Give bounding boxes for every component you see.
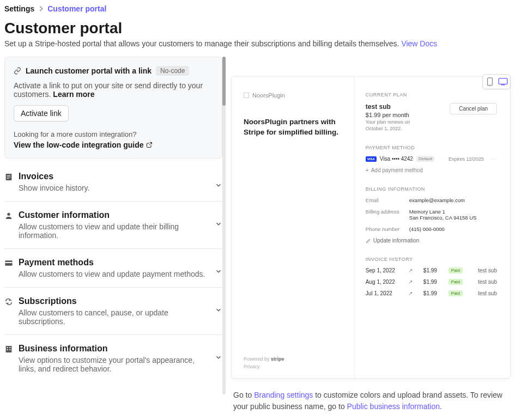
desktop-view-button[interactable] — [498, 77, 508, 87]
section-title: Invoices — [19, 172, 210, 181]
refresh-icon — [4, 297, 13, 306]
section-subscriptions[interactable]: Subscriptions Allow customers to cancel,… — [4, 288, 222, 335]
breadcrumb-root[interactable]: Settings — [4, 4, 34, 13]
section-customer-information[interactable]: Customer information Allow customers to … — [4, 202, 222, 249]
billing-info-header: BILLING INFORMATION — [366, 186, 497, 192]
section-desc: Allow customers to view and update payme… — [19, 270, 210, 278]
payment-method-header: PAYMENT METHOD — [366, 145, 497, 150]
view-docs-link[interactable]: View Docs — [401, 39, 437, 48]
svg-rect-1 — [7, 175, 11, 176]
preview-brand: NoorsPlugin — [244, 92, 343, 99]
plan-name: test sub — [366, 103, 410, 111]
svg-rect-8 — [7, 347, 8, 348]
invoice-history-header: INVOICE HISTORY — [366, 257, 497, 262]
svg-rect-11 — [9, 349, 10, 350]
mobile-view-button[interactable] — [485, 77, 495, 87]
scrollbar-track[interactable] — [222, 57, 226, 394]
section-desc: Show invoice history. — [19, 184, 210, 192]
billing-label-email: Email — [366, 197, 409, 203]
branding-settings-link[interactable]: Branding settings — [254, 391, 313, 399]
external-link-icon: ↗ — [408, 290, 414, 296]
low-code-label: View the low-code integration guide — [14, 141, 144, 149]
update-info-label: Update information — [373, 238, 420, 244]
stripe-logo: stripe — [271, 356, 284, 362]
brand-name: NoorsPlugin — [252, 92, 285, 99]
svg-rect-3 — [7, 178, 9, 179]
footer-note: Go to Branding settings to customize col… — [231, 389, 511, 412]
invoice-amount: $1.99 — [423, 267, 445, 273]
update-information-link[interactable]: Update information — [366, 238, 497, 244]
paid-badge: Paid — [449, 279, 463, 285]
portal-preview: NoorsPlugin NoorsPlugin partners with St… — [231, 76, 511, 379]
section-title: Payment methods — [19, 258, 210, 267]
section-payment-methods[interactable]: Payment methods Allow customers to view … — [4, 249, 222, 288]
card-number: Visa •••• 4242 — [380, 156, 413, 162]
footer-text3: . — [440, 402, 442, 411]
device-switch — [482, 74, 511, 89]
launch-desc: Activate a link to put on your site or s… — [14, 81, 203, 99]
low-code-guide-link[interactable]: View the low-code integration guide — [14, 141, 153, 149]
activate-link-button[interactable]: Activate link — [14, 105, 69, 121]
user-icon — [4, 211, 13, 220]
section-desc: Allow customers to cancel, pause, or upd… — [19, 308, 210, 326]
section-business-information[interactable]: Business information View options to cus… — [4, 335, 222, 382]
invoice-date: Sep 1, 2022 — [366, 267, 408, 273]
external-link-icon — [146, 142, 153, 148]
svg-rect-10 — [7, 349, 8, 350]
invoice-date: Aug 1, 2022 — [366, 279, 408, 285]
brand-logo-icon — [244, 93, 249, 98]
svg-rect-15 — [501, 84, 505, 85]
plan-renew-text2: October 1, 2022. — [366, 126, 402, 131]
paid-badge: Paid — [449, 290, 463, 296]
scrollbar-thumb[interactable] — [222, 57, 226, 106]
plan-price: $1.99 per month — [366, 112, 410, 118]
visa-icon: VISA — [366, 156, 377, 162]
invoice-name: test sub — [478, 290, 497, 296]
section-invoices[interactable]: Invoices Show invoice history. — [4, 163, 222, 202]
plus-icon: + — [366, 167, 369, 173]
invoice-amount: $1.99 — [423, 290, 445, 296]
svg-rect-2 — [7, 176, 11, 177]
chevron-down-icon — [215, 306, 222, 314]
subtitle-text: Set up a Stripe-hosted portal that allow… — [4, 39, 399, 48]
more-icon[interactable]: ⋯ — [492, 156, 497, 162]
svg-point-4 — [7, 213, 10, 216]
page-subtitle: Set up a Stripe-hosted portal that allow… — [4, 39, 511, 48]
invoice-row[interactable]: Jul 1, 2022 ↗ $1.99 Paid test sub — [366, 290, 497, 296]
billing-label-address: Billing address — [366, 209, 409, 221]
current-plan-header: CURRENT PLAN — [366, 92, 497, 98]
no-code-badge: No-code — [156, 66, 189, 76]
external-link-icon: ↗ — [408, 279, 414, 285]
svg-rect-7 — [6, 346, 12, 352]
card-expires: Expires 12/2025 — [449, 156, 484, 162]
building-icon — [4, 345, 13, 354]
invoice-row[interactable]: Aug 1, 2022 ↗ $1.99 Paid test sub — [366, 279, 497, 285]
paid-badge: Paid — [449, 267, 463, 273]
default-badge: Default — [416, 156, 434, 162]
svg-rect-6 — [5, 262, 12, 263]
chevron-down-icon — [215, 181, 222, 189]
section-title: Subscriptions — [19, 296, 210, 306]
invoice-row[interactable]: Sep 1, 2022 ↗ $1.99 Paid test sub — [366, 267, 497, 273]
add-payment-method-link[interactable]: + Add payment method — [366, 167, 497, 173]
privacy-link: Privacy — [244, 364, 343, 369]
learn-more-link[interactable]: Learn more — [53, 90, 94, 99]
chevron-down-icon — [215, 354, 222, 361]
billing-value-address: Memory Lane 1 San Francisco, CA 94158 US — [409, 209, 477, 221]
add-pm-label: Add payment method — [371, 167, 423, 173]
invoice-amount: $1.99 — [423, 279, 445, 285]
launch-card: Launch customer portal with a link No-co… — [4, 57, 222, 159]
cancel-plan-button[interactable]: Cancel plan — [450, 103, 497, 114]
preview-tagline: NoorsPlugin partners with Stripe for sim… — [244, 117, 343, 138]
svg-point-13 — [489, 84, 490, 84]
looking-for-text: Looking for a more custom integration? — [14, 130, 213, 138]
plan-renew-text1: Your plan renews on — [366, 119, 410, 125]
billing-value-email: example@example.com — [409, 197, 465, 203]
launch-title: Launch customer portal with a link — [26, 66, 152, 75]
card-icon — [4, 259, 13, 267]
section-desc: View options to customize your portal's … — [19, 356, 210, 373]
chevron-down-icon — [215, 267, 222, 275]
svg-rect-14 — [499, 78, 507, 84]
public-business-info-link[interactable]: Public business information — [347, 402, 440, 411]
svg-rect-9 — [9, 347, 10, 348]
